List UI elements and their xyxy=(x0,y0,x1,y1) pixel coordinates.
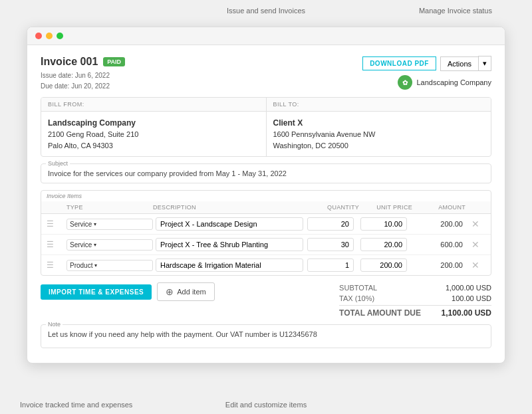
dot-red[interactable] xyxy=(35,33,42,39)
table-row: ☰ Service ▾ 600.00 ✕ xyxy=(41,235,491,255)
tax-row: TAX (10%) 100.00 USD xyxy=(339,293,491,304)
paid-badge: Paid xyxy=(103,57,125,66)
browser-window: Invoice 001 Paid Issue date: Jun 6, 2022… xyxy=(27,27,505,363)
dot-green[interactable] xyxy=(57,33,63,39)
bill-to-label: Bill to: xyxy=(267,98,491,111)
drag-handle-icon[interactable]: ☰ xyxy=(47,260,66,270)
amount-value-2: 200.00 xyxy=(412,261,466,269)
col-amount: AMOUNT xyxy=(412,204,466,211)
subtotal-label: SUBTOTAL xyxy=(339,284,388,292)
plus-icon: ⊕ xyxy=(166,286,174,297)
description-field-2[interactable] xyxy=(156,259,303,272)
issue-date: Issue date: Jun 6, 2022 xyxy=(41,70,125,81)
amount-value-0: 200.00 xyxy=(412,220,466,228)
subject-section: Subject Invoice for the services our com… xyxy=(41,163,491,183)
unit-price-field-0[interactable] xyxy=(360,217,407,231)
annotation-bottom-center: Edit and customize items xyxy=(225,401,307,409)
actions-dropdown-button[interactable]: ▾ xyxy=(478,56,491,71)
actions-group: Actions ▾ xyxy=(440,56,491,71)
totals-table: SUBTOTAL 1,000.00 USD TAX (10%) 100.00 U… xyxy=(339,282,491,319)
col-type: TYPE xyxy=(66,204,153,211)
bill-to-cell: Client X 1600 Pennsylvania Avenue NW Was… xyxy=(267,112,491,156)
quantity-field-0[interactable] xyxy=(307,217,354,231)
bill-from-address2: Palo Alto, CA 94303 xyxy=(48,140,259,152)
invoice-title: Invoice 001 Paid xyxy=(41,56,125,68)
type-chevron-icon-0: ▾ xyxy=(94,221,96,227)
description-field-1[interactable] xyxy=(156,238,303,251)
total-due-row: TOTAL AMOUNT DUE 1,100.00 USD xyxy=(339,305,491,319)
drag-handle-icon[interactable]: ☰ xyxy=(47,240,66,249)
note-section: Note Let us know if you need any help wi… xyxy=(41,324,491,348)
unit-price-field-2[interactable] xyxy=(360,259,407,272)
bill-from-label: Bill from: xyxy=(41,98,267,111)
col-description: DESCRIPTION xyxy=(153,204,306,211)
col-quantity: QUANTITY xyxy=(306,204,359,211)
invoice-dates: Issue date: Jun 6, 2022 Due date: Jun 20… xyxy=(41,70,125,92)
table-row: ☰ Product ▾ 200.00 ✕ xyxy=(41,255,491,275)
subject-label: Subject xyxy=(46,160,70,167)
tax-label: TAX (10%) xyxy=(339,294,385,302)
bill-section: Bill from: Bill to: Landscaping Company … xyxy=(41,97,491,157)
download-pdf-button[interactable]: DOWNLOAD PDF xyxy=(362,56,436,70)
annotation-manage-status: Manage Invoice status xyxy=(419,7,492,15)
subtotal-row: SUBTOTAL 1,000.00 USD xyxy=(339,282,491,293)
remove-item-button-0[interactable]: ✕ xyxy=(466,219,485,229)
amount-value-1: 600.00 xyxy=(412,241,466,249)
invoice-header: Invoice 001 Paid Issue date: Jun 6, 2022… xyxy=(41,56,491,92)
invoice-number: Invoice 001 xyxy=(41,56,98,68)
header-right: DOWNLOAD PDF Actions ▾ ✿ Landscaping Com… xyxy=(362,56,491,90)
tax-value: 100.00 USD xyxy=(432,294,491,302)
annotation-bottom-left: Invoice tracked time and expenses xyxy=(20,401,132,409)
bill-to-address2: Washington, DC 20500 xyxy=(273,140,485,152)
remove-item-button-2[interactable]: ✕ xyxy=(466,260,485,270)
type-chevron-icon-2: ▾ xyxy=(94,262,97,268)
quantity-field-2[interactable] xyxy=(307,259,354,272)
items-label: Invoice Items xyxy=(41,191,491,201)
add-item-label: Add item xyxy=(177,288,205,296)
description-field-0[interactable] xyxy=(156,217,303,231)
bill-to-name: Client X xyxy=(273,117,485,129)
type-label-0: Service xyxy=(70,221,92,228)
type-label-1: Service xyxy=(70,241,92,249)
invoice-title-block: Invoice 001 Paid Issue date: Jun 6, 2022… xyxy=(41,56,125,92)
type-select-0[interactable]: Service ▾ xyxy=(66,219,153,230)
item-rows-container: ☰ Service ▾ 200.00 ✕ ☰ Service ▾ xyxy=(41,214,491,275)
import-time-expenses-button[interactable]: IMPORT TIME & EXPENSES xyxy=(41,284,152,300)
note-field[interactable]: Let us know if you need any help with th… xyxy=(41,324,491,348)
company-icon: ✿ xyxy=(398,75,412,90)
col-drag xyxy=(47,204,66,211)
total-due-label: TOTAL AMOUNT DUE xyxy=(339,308,432,318)
company-name: Landscaping Company xyxy=(416,78,491,86)
add-item-button[interactable]: ⊕ Add item xyxy=(157,282,214,301)
dot-yellow[interactable] xyxy=(46,33,53,39)
items-col-headers: TYPE DESCRIPTION QUANTITY UNIT PRICE AMO… xyxy=(41,201,491,214)
type-label-2: Product xyxy=(70,262,92,269)
subtotal-value: 1,000.00 USD xyxy=(432,284,491,292)
bill-headers: Bill from: Bill to: xyxy=(41,98,491,112)
bill-content: Landscaping Company 2100 Geng Road, Suit… xyxy=(41,112,491,156)
company-logo-row: ✿ Landscaping Company xyxy=(398,75,491,90)
col-remove xyxy=(466,204,485,211)
bill-from-name: Landscaping Company xyxy=(48,117,259,129)
subject-field[interactable]: Invoice for the services our company pro… xyxy=(41,163,491,183)
invoice-content: Invoice 001 Paid Issue date: Jun 6, 2022… xyxy=(27,45,505,363)
note-label: Note xyxy=(46,321,63,328)
type-select-1[interactable]: Service ▾ xyxy=(66,239,153,251)
col-unit-price: UNIT PRICE xyxy=(359,204,412,211)
annotation-issue-send: Issue and send Invoices xyxy=(227,7,305,15)
bill-from-address1: 2100 Geng Road, Suite 210 xyxy=(48,129,259,140)
total-due-value: 1,100.00 USD xyxy=(432,308,491,318)
actions-button[interactable]: Actions xyxy=(440,56,478,71)
bill-from-cell: Landscaping Company 2100 Geng Road, Suit… xyxy=(41,112,267,156)
unit-price-field-1[interactable] xyxy=(360,238,407,251)
table-row: ☰ Service ▾ 200.00 ✕ xyxy=(41,214,491,235)
type-select-2[interactable]: Product ▾ xyxy=(66,260,153,271)
bill-to-address1: 1600 Pennsylvania Avenue NW xyxy=(273,129,485,140)
quantity-field-1[interactable] xyxy=(307,238,354,251)
remove-item-button-1[interactable]: ✕ xyxy=(466,239,485,250)
drag-handle-icon[interactable]: ☰ xyxy=(47,219,66,229)
type-chevron-icon-1: ▾ xyxy=(94,242,96,248)
title-bar xyxy=(27,27,505,45)
items-section: Invoice Items TYPE DESCRIPTION QUANTITY … xyxy=(41,190,491,276)
due-date: Due date: Jun 20, 2022 xyxy=(41,81,125,92)
